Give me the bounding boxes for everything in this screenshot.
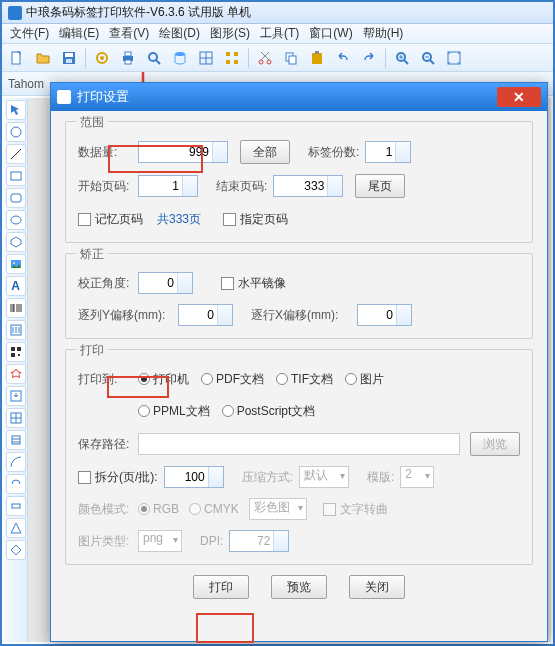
tool-text-icon[interactable]: A [6, 276, 26, 296]
menu-window[interactable]: 窗口(W) [305, 25, 356, 42]
tool-round-rect-icon[interactable] [6, 188, 26, 208]
svg-point-20 [267, 60, 271, 64]
main-titlebar: 中琅条码标签打印软件-V6.3.6 试用版 单机 [2, 2, 553, 24]
save-path-label: 保存路径: [78, 436, 138, 453]
svg-rect-55 [18, 354, 20, 356]
tool-shape4-icon[interactable] [6, 540, 26, 560]
tb-redo-icon[interactable] [358, 47, 380, 69]
copies-label: 标签份数: [308, 144, 359, 161]
radio-ppml[interactable] [138, 405, 150, 417]
tool-arc-icon[interactable] [6, 452, 26, 472]
tool-qrcode-icon[interactable] [6, 342, 26, 362]
tool-shape3-icon[interactable] [6, 518, 26, 538]
col-offset-input[interactable] [178, 304, 233, 326]
data-qty-input[interactable] [138, 141, 228, 163]
last-page-button[interactable]: 尾页 [355, 174, 405, 198]
group-print: 打印 打印到: 打印机 PDF文档 TIF文档 图片 PPML文档 PostSc… [65, 349, 533, 565]
svg-rect-53 [17, 347, 21, 351]
font-select[interactable]: Tahom [8, 77, 44, 91]
tool-pointer-icon[interactable] [6, 100, 26, 120]
tb-zoom-in-icon[interactable] [391, 47, 413, 69]
svg-point-11 [175, 52, 185, 56]
tool-barcode2-icon[interactable] [6, 320, 26, 340]
tool-barcode-icon[interactable] [6, 298, 26, 318]
start-page-input[interactable] [138, 175, 198, 197]
specify-page-label: 指定页码 [240, 211, 288, 228]
mirror-checkbox[interactable] [221, 277, 234, 290]
svg-point-5 [100, 56, 104, 60]
tool-ellipse-icon[interactable] [6, 210, 26, 230]
menu-file[interactable]: 文件(F) [6, 25, 53, 42]
tb-undo-icon[interactable] [332, 47, 354, 69]
tool-shape1-icon[interactable] [6, 474, 26, 494]
menubar: 文件(F) 编辑(E) 查看(V) 绘图(D) 图形(S) 工具(T) 窗口(W… [2, 24, 553, 44]
tb-copy-icon[interactable] [280, 47, 302, 69]
tb-open-icon[interactable] [32, 47, 54, 69]
all-button[interactable]: 全部 [240, 140, 290, 164]
tb-zoom-out-icon[interactable] [417, 47, 439, 69]
tb-grid1-icon[interactable] [195, 47, 217, 69]
radio-pdf-label: PDF文档 [216, 371, 264, 388]
angle-input[interactable] [138, 272, 193, 294]
app-title: 中琅条码标签打印软件-V6.3.6 试用版 单机 [26, 4, 251, 21]
svg-rect-2 [65, 53, 73, 57]
menu-tools[interactable]: 工具(T) [256, 25, 303, 42]
tool-image-icon[interactable] [6, 254, 26, 274]
menu-help[interactable]: 帮助(H) [359, 25, 408, 42]
tb-gear-icon[interactable] [91, 47, 113, 69]
group-print-legend: 打印 [76, 342, 108, 359]
preview-button[interactable]: 预览 [271, 575, 327, 599]
dpi-input [229, 530, 289, 552]
tool-star-icon[interactable] [6, 364, 26, 384]
radio-printer-label: 打印机 [153, 371, 189, 388]
tb-save-icon[interactable] [58, 47, 80, 69]
total-pages-link[interactable]: 共333页 [157, 211, 201, 228]
radio-pdf[interactable] [201, 373, 213, 385]
menu-draw[interactable]: 绘图(D) [155, 25, 204, 42]
menu-shape[interactable]: 图形(S) [206, 25, 254, 42]
svg-rect-8 [125, 60, 131, 64]
tb-grid2-icon[interactable] [221, 47, 243, 69]
tb-new-icon[interactable] [6, 47, 28, 69]
svg-line-10 [156, 60, 160, 64]
tool-shape2-icon[interactable] [6, 496, 26, 516]
print-button[interactable]: 打印 [193, 575, 249, 599]
tb-fit-icon[interactable] [443, 47, 465, 69]
radio-tif[interactable] [276, 373, 288, 385]
radio-printer[interactable] [138, 373, 150, 385]
menu-edit[interactable]: 编辑(E) [55, 25, 103, 42]
radio-image[interactable] [345, 373, 357, 385]
radio-image-label: 图片 [360, 371, 384, 388]
tool-rect-icon[interactable] [6, 166, 26, 186]
template-select: 2 [400, 466, 434, 488]
tb-cut-icon[interactable] [254, 47, 276, 69]
row-offset-input[interactable] [357, 304, 412, 326]
tb-db-icon[interactable] [169, 47, 191, 69]
text-curve-label: 文字转曲 [340, 501, 388, 518]
dpi-label: DPI: [200, 534, 223, 548]
tb-paste-icon[interactable] [306, 47, 328, 69]
remember-page-checkbox[interactable] [78, 213, 91, 226]
split-input[interactable] [164, 466, 224, 488]
radio-ps[interactable] [222, 405, 234, 417]
dialog-titlebar[interactable]: 打印设置 ✕ [51, 83, 547, 111]
copies-input[interactable] [365, 141, 411, 163]
left-toolbox: A [4, 98, 28, 642]
end-page-input[interactable] [273, 175, 343, 197]
tb-print-icon[interactable] [117, 47, 139, 69]
tool-import-icon[interactable] [6, 386, 26, 406]
tb-preview-icon[interactable] [143, 47, 165, 69]
svg-point-9 [149, 53, 157, 61]
tool-data-icon[interactable] [6, 430, 26, 450]
tool-grid-icon[interactable] [6, 408, 26, 428]
tool-polygon-icon[interactable] [6, 232, 26, 252]
tool-hand-icon[interactable] [6, 122, 26, 142]
split-checkbox[interactable] [78, 471, 91, 484]
menu-view[interactable]: 查看(V) [105, 25, 153, 42]
close-button[interactable]: ✕ [497, 87, 541, 107]
specify-page-checkbox[interactable] [223, 213, 236, 226]
tool-line-icon[interactable] [6, 144, 26, 164]
radio-rgb-label: RGB [153, 502, 179, 516]
mirror-label: 水平镜像 [238, 275, 286, 292]
close-dialog-button[interactable]: 关闭 [349, 575, 405, 599]
